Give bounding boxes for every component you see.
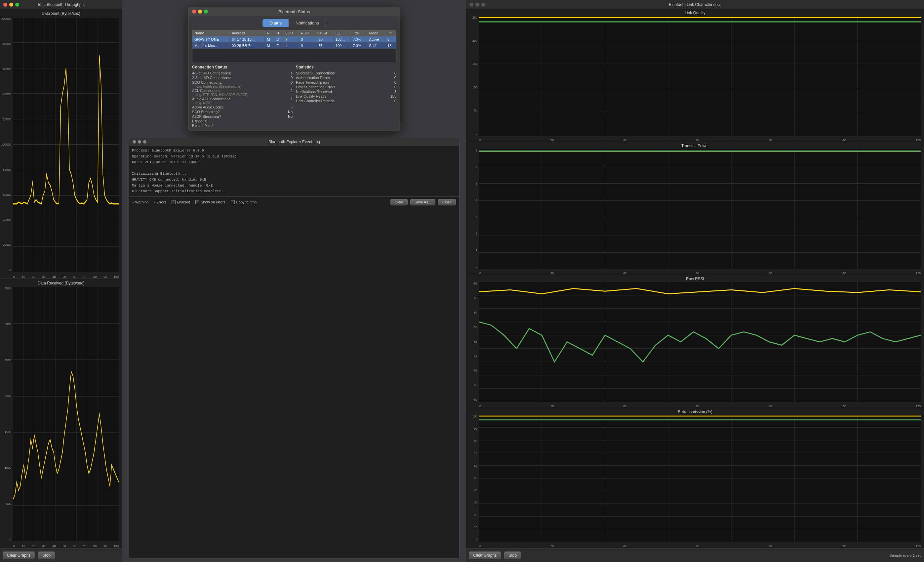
log-buttons: Clear Save As... Close	[390, 199, 456, 206]
middle-panel: Bluetooth Status Status Notifications Na…	[122, 0, 466, 562]
warning-dash: -	[133, 200, 134, 204]
event-log-content: Process: Bluetooth Explorer 6.0.9 Operat…	[129, 146, 459, 197]
col-name: Name	[192, 30, 230, 36]
right-clear-graphs-button[interactable]: Clear Graphs	[469, 551, 501, 559]
sample-value: 1	[913, 553, 915, 557]
conn-item-6: SCO Streaming? No	[192, 110, 292, 114]
event-log-window: Bluetooth Explorer Event Log Process: Bl…	[129, 138, 459, 559]
log-line-0: Process: Bluetooth Explorer 6.0.9	[132, 148, 456, 154]
status-close-btn[interactable]	[192, 10, 196, 14]
status-minimize-btn[interactable]	[198, 10, 202, 14]
retr-x-axis: 0 20 40 60 80 100 120	[479, 544, 921, 548]
stats-header: Statistics	[296, 65, 396, 69]
log-line-2: Date: 2019-06-01 18:01:14 +0000	[132, 159, 456, 165]
status-traffic-lights	[192, 10, 208, 14]
received-graph-svg	[13, 287, 118, 541]
retransmission-area: 100 90 80 70 60 50 40 30 20 10 0	[466, 415, 924, 548]
tab-status[interactable]: Status	[262, 19, 289, 27]
left-clear-graphs-button[interactable]: Clear Graphs	[3, 551, 35, 559]
log-min-btn[interactable]	[138, 140, 141, 144]
col-h: H	[274, 30, 283, 36]
status-window-title: Bluetooth Status	[278, 9, 310, 14]
col-int: Int	[386, 30, 396, 36]
conn-sub-3: (e.g. FTP, PAN, HID, A2DP, AVRCP)	[192, 93, 292, 96]
log-line-5: GRAVITY ONE connected, handle: 0xB	[132, 177, 456, 183]
close-btn[interactable]	[3, 3, 7, 7]
conn-item-0: 4-Slot HID Connections: 1	[192, 71, 292, 75]
conn-item-bitpool: Bitpool: 0	[192, 119, 292, 123]
device-row-0[interactable]: GRAVITY ONE 84-17-15-10... M B Y 0 -60 1…	[192, 36, 396, 43]
log-warning-option: - Warning	[133, 200, 148, 204]
r-min-btn[interactable]	[476, 3, 479, 7]
event-log-bottom: - Warning - Errors Enabled Show on error…	[129, 197, 459, 207]
device-table: Name Address R H EDR RSSI rRSSI LQ TxP M…	[192, 30, 396, 49]
right-panel-title: Bluetooth Link Characteristics	[669, 2, 722, 7]
log-errors-option: - Errors	[154, 200, 166, 204]
conn-header: Connection Status	[192, 65, 292, 69]
log-save-as-button[interactable]: Save As...	[410, 199, 435, 206]
raw-rssi-area: -52 -53 -54 -55 -56 -57 -58 -59 -60	[466, 282, 924, 408]
col-lq: LQ	[333, 30, 350, 36]
tab-notifications[interactable]: Notifications	[289, 19, 326, 27]
retr-graph-svg	[479, 415, 921, 542]
device-r-0: M	[265, 36, 274, 43]
retransmission-section: Retransmission (%) 100 90 80 70 60 50 40…	[466, 408, 924, 548]
col-r: R	[265, 30, 274, 36]
minimize-btn[interactable]	[9, 3, 13, 7]
col-mode: Mode	[367, 30, 386, 36]
device-name-0: GRAVITY ONE	[192, 36, 230, 43]
log-show-errors-option[interactable]: Show on errors	[195, 200, 225, 204]
device-edr-1: Y	[284, 43, 299, 49]
received-x-axis: 0 10 20 30 40 50 60 70 80 90 100	[13, 544, 118, 548]
empty-device-area	[192, 49, 396, 62]
tp-x-axis: 0 20 40 60 80 100 120	[479, 272, 921, 275]
stats-item-6: Host Controller Reloads 0	[296, 99, 396, 103]
received-graph-section: Data Received (Bytes/sec) 3500 3000 2500…	[0, 279, 122, 548]
log-close-button[interactable]: Close	[438, 199, 456, 206]
log-enabled-option[interactable]: Enabled	[172, 200, 190, 204]
log-close-btn[interactable]	[133, 140, 136, 144]
retransmission-title: Retransmission (%)	[466, 408, 924, 415]
log-max-btn[interactable]	[143, 140, 147, 144]
conn-item-1: 2-Slot HID Connections: 0	[192, 75, 292, 80]
sent-y-axis: 200000 180000 160000 140000 120000 10000…	[0, 17, 12, 272]
col-rssi: RSSI	[298, 30, 315, 36]
left-bottom-bar: Clear Graphs Stop	[0, 548, 122, 562]
connection-status-section: Connection Status 4-Slot HID Connections…	[192, 65, 292, 128]
log-copy-option[interactable]: Copy to /tmp	[231, 200, 256, 204]
device-h-0: B	[274, 36, 283, 43]
log-traffic-lights	[133, 140, 147, 144]
svg-rect-49	[479, 149, 921, 269]
device-name-1: Martin's Mou...	[192, 43, 230, 49]
left-panel-title: Total Bluetooth Throughput	[38, 2, 85, 7]
conn-sub-2: (e.g. Headsets, Speakerphone)	[192, 85, 292, 88]
r-max-btn[interactable]	[482, 3, 485, 7]
copy-checkbox[interactable]	[231, 200, 235, 204]
warning-label: Warning	[135, 200, 149, 204]
transmit-power-title: Transmit Power	[466, 142, 924, 149]
sample-text: Sample every 1 sec	[889, 553, 921, 557]
left-stop-button[interactable]: Stop	[38, 551, 55, 559]
device-rssi-0: 0	[298, 36, 315, 43]
device-txp-0: 7.0%	[351, 36, 367, 43]
log-clear-button[interactable]: Clear	[390, 199, 408, 206]
device-lq-0: 103...	[333, 36, 350, 43]
device-int-0: 0	[386, 36, 396, 43]
conn-stats-row: Connection Status 4-Slot HID Connections…	[192, 65, 396, 128]
log-line-7: Bluetooth Support Initialization complet…	[132, 189, 456, 194]
stats-item-1: Authentication Errors 0	[296, 75, 396, 80]
received-y-axis: 3500 3000 2500 2000 1500 1000 500 0	[0, 287, 12, 541]
show-errors-label: Show on errors	[201, 200, 225, 204]
rssi-y-axis: -52 -53 -54 -55 -56 -57 -58 -59 -60	[466, 282, 479, 401]
col-edr: EDR	[284, 30, 299, 36]
event-log-titlebar: Bluetooth Explorer Event Log	[129, 138, 459, 146]
status-maximize-btn[interactable]	[204, 10, 208, 14]
retr-y-axis: 100 90 80 70 60 50 40 30 20 10 0	[466, 415, 479, 541]
device-addr-1: 00-26-BB-7...	[230, 43, 264, 49]
r-close-btn[interactable]	[470, 3, 473, 7]
device-row-1[interactable]: Martin's Mou... 00-26-BB-7... M E Y 0 -5…	[192, 43, 396, 49]
maximize-btn[interactable]	[15, 3, 19, 7]
right-stop-button[interactable]: Stop	[504, 551, 521, 559]
enabled-checkbox[interactable]	[172, 200, 176, 204]
show-errors-checkbox[interactable]	[195, 200, 200, 204]
